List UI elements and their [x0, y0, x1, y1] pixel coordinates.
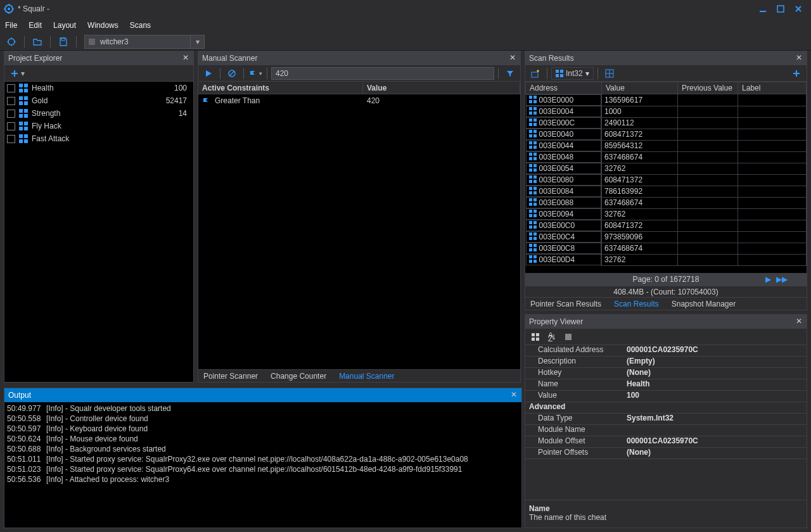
tab-change-counter[interactable]: Change Counter	[268, 370, 329, 382]
constraint-row[interactable]: Greater Than420	[198, 94, 520, 107]
project-item[interactable]: Fast Attack	[4, 132, 193, 145]
result-value: 136596617	[602, 94, 678, 106]
project-explorer-close-icon[interactable]: ✕	[181, 53, 191, 63]
project-item-checkbox[interactable]	[7, 110, 15, 118]
prop-cat-button[interactable]	[528, 330, 543, 344]
col-prev-value[interactable]: Previous Value	[678, 82, 738, 94]
save-button[interactable]	[56, 35, 71, 49]
manual-scanner-close-icon[interactable]: ✕	[508, 53, 518, 63]
tab-pointer-scanner[interactable]: Pointer Scanner	[201, 370, 260, 382]
svg-rect-85	[529, 221, 532, 224]
result-row[interactable]: 003E0084786163992	[526, 186, 807, 197]
data-type-label: Int32	[566, 69, 583, 78]
property-row[interactable]: Description(Empty)	[525, 357, 807, 368]
result-row[interactable]: 003E0040608471372	[526, 129, 807, 140]
property-row[interactable]: Data TypeSystem.Int32	[525, 414, 807, 425]
property-row[interactable]: Pointer Offsets(None)	[525, 448, 807, 459]
menu-scans[interactable]: Scans	[130, 21, 151, 30]
svg-rect-83	[529, 214, 532, 217]
svg-rect-62	[533, 153, 537, 156]
col-label[interactable]: Label	[738, 82, 807, 94]
svg-rect-2	[760, 11, 766, 12]
project-item-checkbox[interactable]	[7, 97, 15, 105]
result-row[interactable]: 003E0044859564312	[526, 140, 807, 151]
maximize-button[interactable]	[772, 3, 789, 15]
svg-rect-28	[24, 134, 28, 138]
open-button[interactable]	[30, 35, 45, 49]
scan-reset-button[interactable]	[224, 66, 239, 80]
manual-scanner-header: Manual Scanner ✕	[198, 51, 520, 65]
tab-manual-scanner[interactable]: Manual Scanner	[336, 370, 397, 382]
output-line: 50:51.011[Info] - Started proxy service:…	[7, 454, 519, 464]
scan-results-header: Scan Results ✕	[525, 51, 807, 65]
result-row[interactable]: 003E00C8637468674	[526, 243, 807, 254]
grid-icon	[19, 109, 28, 118]
page-last-icon[interactable]: ▶▶	[776, 275, 788, 284]
page-next-icon[interactable]: ▶	[765, 275, 771, 284]
output-title: Output	[8, 391, 31, 400]
result-row[interactable]: 003E0088637468674	[526, 197, 807, 208]
scan-filter-button[interactable]	[502, 66, 518, 80]
result-row[interactable]: 003E00041000	[526, 106, 807, 117]
data-type-dropdown[interactable]: Int32 ▾	[551, 67, 594, 80]
menu-layout[interactable]: Layout	[53, 21, 76, 30]
target-button[interactable]	[4, 35, 19, 49]
result-row[interactable]: 003E00C4973859096	[526, 231, 807, 243]
property-row[interactable]: NameHealth	[525, 379, 807, 391]
process-dropdown-icon[interactable]: ▾	[190, 35, 204, 48]
project-item-checkbox[interactable]	[7, 84, 15, 92]
tab-snapshot-manager[interactable]: Snapshot Manager	[669, 298, 738, 310]
prop-page-button[interactable]	[561, 330, 576, 344]
results-stats: 408.4MB - (Count: 107054003)	[613, 288, 718, 296]
output-timestamp: 50:51.023	[7, 464, 42, 474]
result-row[interactable]: 003E0080608471372	[526, 174, 807, 186]
result-row[interactable]: 003E005432762	[526, 163, 807, 174]
property-row[interactable]: Value100	[525, 391, 807, 402]
project-item-checkbox[interactable]	[7, 122, 15, 130]
tab-pointer-scan-results[interactable]: Pointer Scan Results	[528, 298, 604, 310]
menu-file[interactable]: File	[5, 21, 17, 30]
scan-results-close-icon[interactable]: ✕	[794, 53, 804, 63]
tab-scan-results[interactable]: Scan Results	[611, 298, 661, 310]
minimize-button[interactable]	[754, 3, 772, 15]
result-row[interactable]: 003E00D432762	[526, 254, 807, 265]
property-row[interactable]: Module Offset000001CA0235970C	[525, 436, 807, 448]
scan-play-button[interactable]	[201, 66, 216, 80]
property-row[interactable]: Calculated Address000001CA0235970C	[525, 345, 807, 357]
collect-values-button[interactable]	[528, 66, 543, 80]
project-item[interactable]: Health100	[4, 82, 193, 94]
result-row[interactable]: 003E00C0608471372	[526, 220, 807, 231]
project-item[interactable]: Fly Hack	[4, 120, 193, 132]
result-label	[738, 163, 807, 174]
result-row[interactable]: 003E009432762	[526, 208, 807, 220]
scan-value-input[interactable]	[271, 67, 494, 80]
property-row[interactable]: Module Name	[525, 425, 807, 436]
property-row[interactable]: Hotkey(None)	[525, 368, 807, 379]
project-item-checkbox[interactable]	[7, 135, 15, 143]
col-address[interactable]: Address	[526, 82, 602, 94]
constraint-type-button[interactable]: ▾	[248, 66, 263, 80]
output-close-icon[interactable]: ✕	[509, 390, 519, 400]
prop-sort-button[interactable]: AZ	[544, 330, 559, 344]
col-value[interactable]: Value	[602, 82, 678, 94]
result-row[interactable]: 003E0048637468674	[526, 151, 807, 163]
add-item-button[interactable]	[7, 66, 22, 80]
result-value: 608471372	[602, 129, 678, 140]
process-selector[interactable]: witcher3 ▾	[84, 35, 205, 49]
project-item[interactable]: Strength14	[4, 107, 193, 120]
view-button[interactable]	[602, 66, 617, 80]
property-key: Value	[525, 391, 627, 402]
project-item[interactable]: Gold52417	[4, 94, 193, 107]
result-row[interactable]: 003E0000136596617	[526, 94, 807, 106]
menu-windows[interactable]: Windows	[87, 21, 118, 30]
result-row[interactable]: 003E000C2490112	[526, 117, 807, 129]
property-viewer-close-icon[interactable]: ✕	[794, 316, 804, 326]
close-button[interactable]	[789, 3, 807, 15]
menu-edit[interactable]: Edit	[29, 21, 42, 30]
result-prev	[678, 243, 738, 254]
property-value: (Empty)	[627, 357, 807, 367]
add-result-button[interactable]	[789, 66, 804, 80]
add-dropdown-icon[interactable]: ▾	[21, 69, 25, 78]
property-category[interactable]: Advanced	[525, 402, 807, 414]
grid-icon	[529, 153, 537, 162]
